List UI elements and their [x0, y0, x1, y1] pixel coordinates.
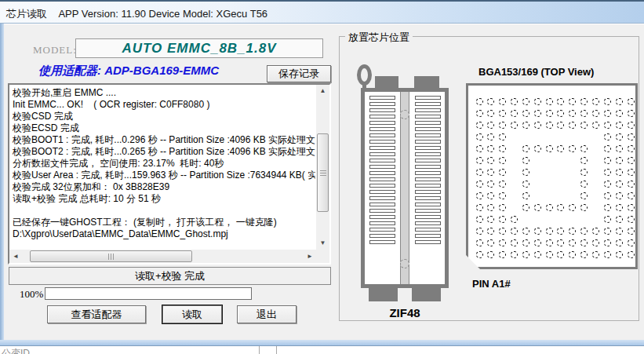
- socket-center-channel: [400, 92, 409, 284]
- scroll-up-icon[interactable]: ▲: [316, 85, 329, 97]
- socket-slot: [415, 127, 441, 131]
- bga-ball: [580, 157, 588, 164]
- bga-ball: [628, 204, 635, 211]
- bga-ball: [476, 110, 483, 117]
- bga-ball: [604, 145, 611, 152]
- bga-ball: [534, 122, 541, 129]
- bga-ball: [534, 110, 541, 117]
- bga-ball: [476, 216, 483, 223]
- model-value: AUTO EMMC_8B_1.8V: [75, 38, 323, 58]
- log-vertical-scrollbar[interactable]: ▲ ▼: [316, 85, 329, 250]
- bga-ball: [476, 122, 483, 129]
- socket-slot: [415, 140, 441, 144]
- bga-ball: [511, 122, 518, 129]
- bga-ball: [628, 251, 635, 258]
- log-horizontal-scrollbar[interactable]: ◄ ►: [9, 250, 316, 263]
- bga-ball: [476, 145, 483, 152]
- scroll-left-icon[interactable]: ◄: [9, 250, 22, 263]
- model-label: MODEL:: [33, 44, 77, 57]
- bga-ball: [499, 157, 506, 164]
- background-window: 公变ID: [0, 346, 644, 354]
- socket-slot: [369, 234, 395, 238]
- bga-ball: [628, 145, 635, 152]
- socket-pivot-icon: [400, 259, 409, 268]
- bga-ball: [569, 228, 576, 235]
- bga-ball: [476, 157, 483, 164]
- window-title: 芯片读取 APP Version: 11.90 Device Model: XG…: [6, 7, 267, 21]
- socket-slot: [369, 140, 395, 144]
- bga-ball: [580, 204, 588, 211]
- scrollbar-corner: [316, 250, 329, 263]
- scroll-right-icon[interactable]: ►: [304, 250, 316, 263]
- bga-ball: [476, 169, 483, 176]
- bga-ball: [487, 192, 494, 199]
- bga-ball: [522, 181, 529, 188]
- bga-ball: [499, 98, 506, 105]
- log-line: 校验完成 32位累加和： 0x 3B828E39: [13, 181, 315, 193]
- log-line: 读取+校验 完成 总耗时: 10 分 51 秒: [13, 193, 315, 205]
- bga-ball: [604, 204, 611, 211]
- socket-slot: [369, 221, 395, 225]
- socket-slot: [369, 108, 395, 112]
- socket-slot: [369, 121, 395, 125]
- socket-slot: [369, 96, 395, 100]
- socket-slot: [415, 234, 441, 238]
- bga-ball: [628, 228, 635, 235]
- vertical-scroll-thumb[interactable]: [317, 133, 329, 212]
- bga-ball: [476, 98, 483, 105]
- bga-ball: [476, 204, 483, 211]
- bga-ball: [487, 181, 494, 188]
- bga-ball: [628, 98, 635, 105]
- socket-slot: [415, 171, 441, 175]
- log-line: [13, 205, 315, 217]
- bga-ball: [580, 181, 588, 188]
- bga-ball: [546, 145, 553, 152]
- bga-ball: [616, 251, 623, 258]
- scroll-down-icon[interactable]: ▼: [316, 237, 329, 250]
- bga-ball: [557, 98, 564, 105]
- bga-ball: [487, 133, 494, 141]
- bga-ball: [580, 98, 588, 105]
- bga-ball: [616, 169, 623, 176]
- background-column-divider: [276, 346, 277, 354]
- socket-slot: [369, 146, 395, 150]
- bga-ball: [616, 157, 623, 164]
- bga-title: BGA153/169 (TOP View): [478, 66, 594, 78]
- bga-ball: [499, 216, 506, 223]
- bga-ball: [476, 181, 483, 188]
- bga-ball: [580, 251, 588, 258]
- bga-ball: [557, 204, 564, 211]
- bga-ball: [616, 98, 623, 105]
- socket-slot: [369, 190, 395, 194]
- bga-ball: [476, 228, 483, 235]
- log-area[interactable]: 校验开始,重启 EMMC ....Init EMMC... OK! ( OCR …: [8, 83, 331, 265]
- bga-ball: [569, 204, 576, 211]
- titlebar[interactable]: 芯片读取 APP Version: 11.90 Device Model: XG…: [0, 0, 644, 24]
- socket-slot: [369, 177, 395, 181]
- bga-ball: [534, 239, 541, 246]
- socket-slot: [369, 184, 395, 188]
- read-button[interactable]: 读取: [162, 305, 223, 324]
- bga-ball: [569, 122, 576, 129]
- save-record-button[interactable]: 保存记录: [267, 65, 331, 82]
- exit-button[interactable]: 退出: [237, 305, 297, 323]
- bga-ball: [557, 145, 564, 152]
- bga-ball: [546, 239, 553, 246]
- window-border-left: [0, 24, 4, 346]
- horizontal-scroll-thumb[interactable]: [30, 250, 192, 262]
- bga-ball: [616, 145, 623, 152]
- status-bar: 读取+校验 完成: [9, 267, 331, 285]
- bga-ball: [616, 110, 623, 117]
- bga-diagram: [466, 83, 638, 269]
- zif48-socket: [361, 88, 449, 288]
- log-line: 校验开始,重启 EMMC ....: [13, 87, 315, 99]
- view-adapter-button[interactable]: 查看适配器: [47, 305, 146, 323]
- bga-ball: [522, 239, 529, 246]
- bga-ball: [534, 251, 541, 258]
- socket-slot: [369, 209, 395, 213]
- progress-fill: [45, 288, 251, 299]
- bga-ball: [522, 145, 529, 152]
- bga-ball: [522, 192, 529, 199]
- bga-ball: [511, 216, 518, 223]
- bga-ball: [604, 181, 611, 188]
